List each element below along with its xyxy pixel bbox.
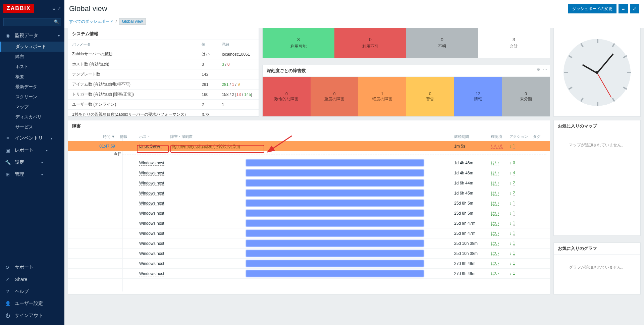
- host-link[interactable]: Windows host: [139, 201, 164, 206]
- ack-link[interactable]: はい: [491, 160, 499, 165]
- host-link[interactable]: Windows host: [139, 161, 164, 166]
- problem-bar: [246, 179, 424, 186]
- nav-administration[interactable]: ⊞ 管理 ▾: [0, 168, 64, 180]
- severity-cell[interactable]: 0重度の障害: [311, 77, 359, 116]
- problem-row[interactable]: Windows host27d 9h 49mはい↓1: [68, 259, 550, 269]
- nav-maps[interactable]: マップ: [0, 102, 64, 112]
- ack-link[interactable]: いいえ: [491, 144, 503, 149]
- ack-link[interactable]: はい: [491, 170, 499, 175]
- nav-overview[interactable]: 概要: [0, 72, 64, 82]
- problem-row[interactable]: Windows host1d 6h 45mはい↓2: [68, 188, 550, 198]
- action-count[interactable]: 1: [513, 261, 515, 266]
- host-status-cell[interactable]: 0不明: [406, 28, 478, 58]
- problem-duration: 25d 10h 38m: [454, 241, 491, 246]
- host-status-cell[interactable]: 3利用可能: [263, 28, 334, 58]
- footer-help[interactable]: ?ヘルプ: [0, 285, 64, 297]
- ack-link[interactable]: はい: [491, 201, 499, 206]
- host-link[interactable]: Windows host: [139, 181, 164, 186]
- problem-row[interactable]: Windows host1d 4h 46mはい↓3: [68, 158, 550, 168]
- problem-bar: [246, 250, 424, 257]
- severity-cell[interactable]: 0未分類: [502, 77, 550, 116]
- action-count[interactable]: 1: [513, 241, 515, 246]
- problem-row[interactable]: Windows host25d 8h 5mはい↓1: [68, 208, 550, 218]
- action-count[interactable]: 2: [513, 191, 515, 196]
- ack-link[interactable]: はい: [491, 251, 499, 256]
- col-time[interactable]: 時間 ▼: [71, 134, 120, 139]
- nav-problems[interactable]: 障害: [0, 52, 64, 62]
- breadcrumb-all[interactable]: すべてのダッシュボード: [69, 19, 113, 24]
- nav-monitoring[interactable]: ◉ 監視データ: [0, 30, 64, 42]
- host-link[interactable]: Windows host: [139, 171, 164, 176]
- host-link[interactable]: Windows host: [139, 231, 164, 236]
- problem-row[interactable]: 01:47:59Linux ServerHigh memory utilizat…: [68, 141, 550, 151]
- problem-row[interactable]: Windows host25d 8h 5mはい↓1: [68, 198, 550, 208]
- nav-dashboard[interactable]: ダッシュボード: [0, 42, 64, 52]
- breadcrumb-current[interactable]: Global view: [119, 18, 146, 25]
- logo[interactable]: ZABBIX: [3, 4, 34, 13]
- ack-link[interactable]: はい: [491, 211, 499, 216]
- action-count[interactable]: 4: [513, 170, 515, 175]
- action-count[interactable]: 1: [513, 144, 515, 149]
- ack-link[interactable]: はい: [491, 180, 499, 185]
- problem-row[interactable]: Windows host25d 10h 38mはい↓1: [68, 249, 550, 259]
- action-count[interactable]: 1: [513, 201, 515, 206]
- action-count[interactable]: 2: [513, 180, 515, 185]
- problem-ack: はい: [491, 210, 509, 216]
- ack-link[interactable]: はい: [491, 241, 499, 246]
- search-icon[interactable]: 🔍: [54, 19, 59, 24]
- problem-row[interactable]: Windows host27d 9h 49mはい↓1: [68, 269, 550, 279]
- problem-row[interactable]: Windows host1d 6h 44mはい↓2: [68, 178, 550, 188]
- action-count[interactable]: 3: [513, 160, 515, 165]
- footer-share[interactable]: ZShare: [0, 273, 64, 285]
- host-link[interactable]: Windows host: [139, 221, 164, 226]
- nav-reports[interactable]: ▣ レポート ▾: [0, 144, 64, 156]
- action-count[interactable]: 1: [513, 271, 515, 276]
- severity-cell[interactable]: 0致命的な障害: [263, 77, 311, 116]
- action-count[interactable]: 1: [513, 211, 515, 216]
- ack-link[interactable]: はい: [491, 191, 499, 196]
- host-link[interactable]: Windows host: [139, 261, 164, 266]
- gear-icon[interactable]: ⚙: [537, 67, 540, 72]
- host-status-cell[interactable]: 3合計: [478, 28, 550, 58]
- action-count[interactable]: 1: [513, 251, 515, 256]
- footer-support[interactable]: ⟳サポート: [0, 261, 64, 273]
- ack-link[interactable]: はい: [491, 261, 499, 266]
- problem-link[interactable]: High memory utilization ( >90% for 5m): [170, 144, 240, 149]
- action-count[interactable]: 1: [513, 221, 515, 226]
- host-link[interactable]: Windows host: [139, 211, 164, 216]
- nav-configuration[interactable]: 🔧 設定 ▾: [0, 156, 64, 168]
- nav-services[interactable]: サービス: [0, 122, 64, 132]
- problem-row[interactable]: Windows host1d 4h 46mはい↓4: [68, 168, 550, 178]
- ack-link[interactable]: はい: [491, 221, 499, 226]
- nav-hosts[interactable]: ホスト: [0, 62, 64, 72]
- severity-label: 警告: [426, 96, 434, 102]
- footer-user[interactable]: 👤ユーザー設定: [0, 297, 64, 310]
- host-status-cell[interactable]: 0利用不可: [334, 28, 406, 58]
- more-icon[interactable]: ⋯: [543, 67, 547, 72]
- severity-cell[interactable]: 12情報: [454, 77, 502, 116]
- sidebar-collapse-button[interactable]: « ⤢: [52, 6, 61, 11]
- problem-row[interactable]: Windows host25d 10h 38mはい↓1: [68, 238, 550, 249]
- menu-button[interactable]: ≡: [619, 4, 628, 13]
- problem-row[interactable]: Windows host25d 9h 47mはい↓1: [68, 228, 550, 238]
- nav-latest[interactable]: 最新データ: [0, 82, 64, 92]
- host-link[interactable]: Windows host: [139, 241, 164, 246]
- ack-link[interactable]: はい: [491, 271, 499, 276]
- severity-cell[interactable]: 1軽度の障害: [358, 77, 406, 116]
- search-input[interactable]: [3, 18, 61, 26]
- ack-link[interactable]: はい: [491, 231, 499, 236]
- fullscreen-button[interactable]: ⤢: [630, 4, 639, 13]
- problem-row[interactable]: Windows host25d 9h 47mはい↓1: [68, 218, 550, 228]
- footer-signout[interactable]: ⏻サインアウト: [0, 310, 64, 322]
- host-link[interactable]: Linux Server: [139, 144, 162, 149]
- host-link[interactable]: Windows host: [139, 191, 164, 196]
- severity-cell[interactable]: 0警告: [406, 77, 454, 116]
- host-link[interactable]: Windows host: [139, 251, 164, 256]
- nav-screens[interactable]: スクリーン: [0, 92, 64, 102]
- action-count[interactable]: 1: [513, 231, 515, 236]
- edit-dashboard-button[interactable]: ダッシュボードの変更: [568, 4, 616, 13]
- nav-inventory[interactable]: ≡ インベントリ ▾: [0, 132, 64, 144]
- nav-discovery[interactable]: ディスカバリ: [0, 112, 64, 122]
- host-link[interactable]: Windows host: [139, 271, 164, 276]
- sys-param: ユーザー数 (オンライン): [68, 100, 198, 110]
